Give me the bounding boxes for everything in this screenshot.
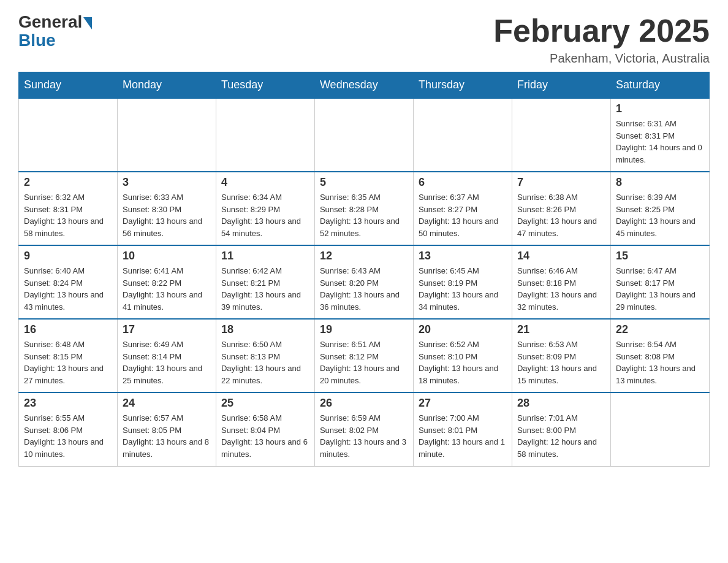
day-number: 23 — [24, 397, 112, 410]
month-title: February 2025 — [493, 12, 710, 49]
calendar-cell — [610, 393, 709, 466]
day-info: Sunrise: 7:01 AM Sunset: 8:00 PM Dayligh… — [517, 412, 605, 460]
day-info: Sunrise: 6:37 AM Sunset: 8:27 PM Dayligh… — [419, 191, 507, 239]
day-number: 17 — [123, 323, 211, 336]
day-info: Sunrise: 6:34 AM Sunset: 8:29 PM Dayligh… — [221, 191, 309, 239]
day-number: 12 — [320, 250, 408, 262]
calendar-cell — [19, 98, 118, 172]
calendar-cell: 6Sunrise: 6:37 AM Sunset: 8:27 PM Daylig… — [413, 172, 512, 245]
calendar-cell — [314, 98, 413, 172]
day-number: 28 — [517, 397, 605, 410]
calendar-cell: 20Sunrise: 6:52 AM Sunset: 8:10 PM Dayli… — [413, 319, 512, 393]
calendar-cell: 14Sunrise: 6:46 AM Sunset: 8:18 PM Dayli… — [512, 245, 610, 319]
day-number: 6 — [419, 176, 507, 189]
calendar-cell: 4Sunrise: 6:34 AM Sunset: 8:29 PM Daylig… — [216, 172, 314, 245]
calendar-cell: 9Sunrise: 6:40 AM Sunset: 8:24 PM Daylig… — [19, 245, 118, 319]
calendar-cell: 3Sunrise: 6:33 AM Sunset: 8:30 PM Daylig… — [117, 172, 216, 245]
calendar-week-row: 2Sunrise: 6:32 AM Sunset: 8:31 PM Daylig… — [19, 172, 710, 245]
day-number: 21 — [517, 323, 605, 336]
header-tuesday: Tuesday — [216, 72, 314, 99]
day-info: Sunrise: 6:45 AM Sunset: 8:19 PM Dayligh… — [419, 265, 507, 313]
day-number: 22 — [616, 323, 704, 336]
calendar-cell: 21Sunrise: 6:53 AM Sunset: 8:09 PM Dayli… — [512, 319, 610, 393]
calendar-cell: 26Sunrise: 6:59 AM Sunset: 8:02 PM Dayli… — [314, 393, 413, 466]
day-number: 13 — [419, 250, 507, 262]
day-info: Sunrise: 6:39 AM Sunset: 8:25 PM Dayligh… — [616, 191, 704, 239]
calendar-cell: 19Sunrise: 6:51 AM Sunset: 8:12 PM Dayli… — [314, 319, 413, 393]
page-header: General Blue February 2025 Pakenham, Vic… — [18, 12, 710, 66]
day-number: 14 — [517, 250, 605, 262]
day-number: 3 — [123, 176, 211, 189]
day-info: Sunrise: 6:58 AM Sunset: 8:04 PM Dayligh… — [221, 412, 309, 460]
day-info: Sunrise: 6:35 AM Sunset: 8:28 PM Dayligh… — [320, 191, 408, 239]
day-number: 1 — [616, 102, 704, 115]
header-sunday: Sunday — [19, 72, 118, 99]
calendar-cell — [512, 98, 610, 172]
day-info: Sunrise: 6:54 AM Sunset: 8:08 PM Dayligh… — [616, 339, 704, 386]
calendar-cell: 18Sunrise: 6:50 AM Sunset: 8:13 PM Dayli… — [216, 319, 314, 393]
logo-blue-text: Blue — [18, 31, 56, 50]
calendar-week-row: 1Sunrise: 6:31 AM Sunset: 8:31 PM Daylig… — [19, 98, 710, 172]
day-info: Sunrise: 6:43 AM Sunset: 8:20 PM Dayligh… — [320, 265, 408, 313]
calendar-week-row: 23Sunrise: 6:55 AM Sunset: 8:06 PM Dayli… — [19, 393, 710, 466]
day-number: 7 — [517, 176, 605, 189]
day-info: Sunrise: 6:42 AM Sunset: 8:21 PM Dayligh… — [221, 265, 309, 313]
calendar-cell: 11Sunrise: 6:42 AM Sunset: 8:21 PM Dayli… — [216, 245, 314, 319]
day-info: Sunrise: 6:38 AM Sunset: 8:26 PM Dayligh… — [517, 191, 605, 239]
calendar-cell: 1Sunrise: 6:31 AM Sunset: 8:31 PM Daylig… — [610, 98, 709, 172]
logo-top: General — [18, 12, 92, 32]
day-number: 2 — [24, 176, 112, 189]
header-friday: Friday — [512, 72, 610, 99]
calendar-cell: 5Sunrise: 6:35 AM Sunset: 8:28 PM Daylig… — [314, 172, 413, 245]
day-number: 19 — [320, 323, 408, 336]
location: Pakenham, Victoria, Australia — [493, 52, 710, 66]
day-info: Sunrise: 6:53 AM Sunset: 8:09 PM Dayligh… — [517, 339, 605, 386]
calendar-cell: 25Sunrise: 6:58 AM Sunset: 8:04 PM Dayli… — [216, 393, 314, 466]
day-number: 16 — [24, 323, 112, 336]
day-info: Sunrise: 6:48 AM Sunset: 8:15 PM Dayligh… — [24, 339, 112, 386]
day-number: 5 — [320, 176, 408, 189]
day-info: Sunrise: 6:51 AM Sunset: 8:12 PM Dayligh… — [320, 339, 408, 386]
day-info: Sunrise: 6:55 AM Sunset: 8:06 PM Dayligh… — [24, 412, 112, 460]
day-info: Sunrise: 6:59 AM Sunset: 8:02 PM Dayligh… — [320, 412, 408, 460]
day-info: Sunrise: 6:50 AM Sunset: 8:13 PM Dayligh… — [221, 339, 309, 386]
calendar-cell: 12Sunrise: 6:43 AM Sunset: 8:20 PM Dayli… — [314, 245, 413, 319]
day-info: Sunrise: 6:41 AM Sunset: 8:22 PM Dayligh… — [123, 265, 211, 313]
header-thursday: Thursday — [413, 72, 512, 99]
day-info: Sunrise: 6:49 AM Sunset: 8:14 PM Dayligh… — [123, 339, 211, 386]
day-info: Sunrise: 6:46 AM Sunset: 8:18 PM Dayligh… — [517, 265, 605, 313]
header-monday: Monday — [117, 72, 216, 99]
day-number: 20 — [419, 323, 507, 336]
calendar-cell: 10Sunrise: 6:41 AM Sunset: 8:22 PM Dayli… — [117, 245, 216, 319]
calendar-cell: 2Sunrise: 6:32 AM Sunset: 8:31 PM Daylig… — [19, 172, 118, 245]
calendar-cell: 8Sunrise: 6:39 AM Sunset: 8:25 PM Daylig… — [610, 172, 709, 245]
calendar-week-row: 16Sunrise: 6:48 AM Sunset: 8:15 PM Dayli… — [19, 319, 710, 393]
calendar-cell: 17Sunrise: 6:49 AM Sunset: 8:14 PM Dayli… — [117, 319, 216, 393]
day-info: Sunrise: 6:31 AM Sunset: 8:31 PM Dayligh… — [616, 118, 704, 166]
day-number: 4 — [221, 176, 309, 189]
day-info: Sunrise: 7:00 AM Sunset: 8:01 PM Dayligh… — [419, 412, 507, 460]
day-number: 10 — [123, 250, 211, 262]
day-number: 27 — [419, 397, 507, 410]
day-number: 9 — [24, 250, 112, 262]
day-info: Sunrise: 6:33 AM Sunset: 8:30 PM Dayligh… — [123, 191, 211, 239]
day-number: 25 — [221, 397, 309, 410]
header-saturday: Saturday — [610, 72, 709, 99]
calendar-header-row: SundayMondayTuesdayWednesdayThursdayFrid… — [19, 72, 710, 99]
day-info: Sunrise: 6:32 AM Sunset: 8:31 PM Dayligh… — [24, 191, 112, 239]
calendar-cell: 16Sunrise: 6:48 AM Sunset: 8:15 PM Dayli… — [19, 319, 118, 393]
day-number: 8 — [616, 176, 704, 189]
calendar-cell — [117, 98, 216, 172]
day-info: Sunrise: 6:57 AM Sunset: 8:05 PM Dayligh… — [123, 412, 211, 460]
logo: General Blue — [18, 12, 92, 50]
calendar-cell: 7Sunrise: 6:38 AM Sunset: 8:26 PM Daylig… — [512, 172, 610, 245]
calendar-cell — [216, 98, 314, 172]
header-wednesday: Wednesday — [314, 72, 413, 99]
calendar-week-row: 9Sunrise: 6:40 AM Sunset: 8:24 PM Daylig… — [19, 245, 710, 319]
day-info: Sunrise: 6:40 AM Sunset: 8:24 PM Dayligh… — [24, 265, 112, 313]
calendar-cell: 15Sunrise: 6:47 AM Sunset: 8:17 PM Dayli… — [610, 245, 709, 319]
calendar-cell — [413, 98, 512, 172]
calendar-cell: 13Sunrise: 6:45 AM Sunset: 8:19 PM Dayli… — [413, 245, 512, 319]
calendar-table: SundayMondayTuesdayWednesdayThursdayFrid… — [18, 72, 710, 467]
logo-arrow-icon — [83, 17, 92, 29]
